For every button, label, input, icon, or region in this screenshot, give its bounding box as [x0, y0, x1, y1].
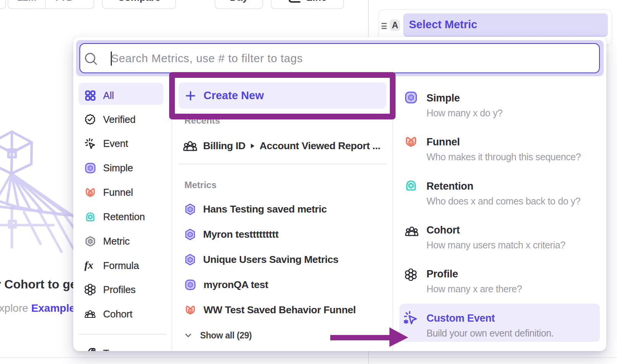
- svg-text:fx: fx: [84, 259, 93, 271]
